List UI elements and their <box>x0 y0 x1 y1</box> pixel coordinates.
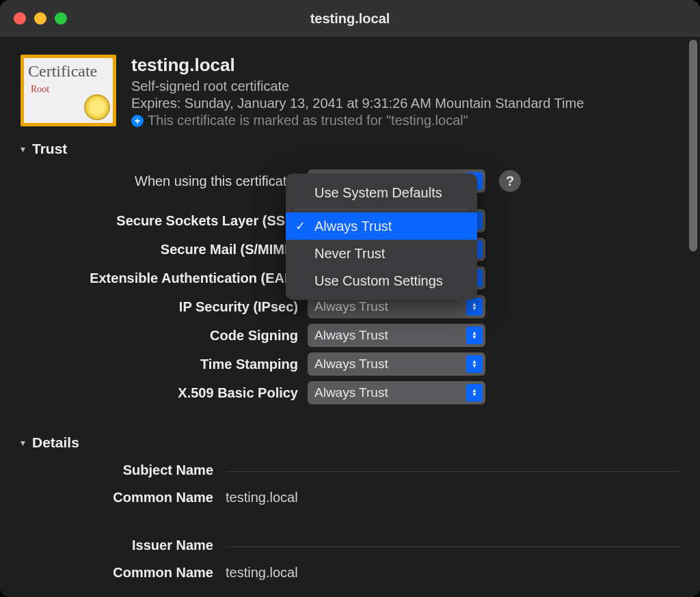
chevron-down-icon: ▾ <box>21 143 25 154</box>
trust-disclosure[interactable]: ▾ Trust <box>21 141 679 157</box>
plus-badge-icon: + <box>131 115 144 127</box>
trust-label-ipsec: IP Security (IPsec) <box>21 299 308 315</box>
certificate-seal-icon <box>84 94 110 120</box>
details-section: ▾ Details Subject Name Common Name testi… <box>21 434 679 586</box>
titlebar: testing.local <box>0 0 700 37</box>
subject-name-header: Subject Name <box>21 462 226 478</box>
subject-common-name-value: testing.local <box>226 490 679 505</box>
check-icon: ✓ <box>295 219 306 234</box>
issuer-common-name-value: testing.local <box>226 565 679 581</box>
certificate-summary: Certificate Root testing.local Self-sign… <box>21 55 679 128</box>
trust-row-codesigning: Code Signing Always Trust ▲▼ <box>21 321 679 350</box>
trust-select-codesigning-value: Always Trust <box>314 328 388 343</box>
question-mark-icon: ? <box>506 173 514 189</box>
issuer-name-header: Issuer Name <box>21 538 226 553</box>
dropdown-item-always-trust[interactable]: ✓ Always Trust <box>286 212 477 240</box>
divider <box>226 546 679 547</box>
certificate-expiry: Expires: Sunday, January 13, 2041 at 9:3… <box>131 96 584 111</box>
dropdown-item-system-defaults[interactable]: Use System Defaults <box>286 179 477 206</box>
help-button[interactable]: ? <box>499 170 521 192</box>
window-title: testing.local <box>0 11 700 27</box>
trust-label-ssl: Secure Sockets Layer (SSL) <box>21 213 308 229</box>
zoom-window-button[interactable] <box>55 12 67 25</box>
subject-common-name-row: Common Name testing.local <box>21 484 679 511</box>
minimize-window-button[interactable] <box>34 12 46 25</box>
certificate-name: testing.local <box>131 55 584 76</box>
trust-section-label: Trust <box>32 141 67 157</box>
trust-label-smime: Secure Mail (S/MIME) <box>21 242 308 258</box>
select-caret-icon: ▲▼ <box>466 298 483 316</box>
trust-row-timestamping: Time Stamping Always Trust ▲▼ <box>21 350 679 378</box>
close-window-button[interactable] <box>14 12 26 25</box>
chevron-down-icon: ▾ <box>21 437 25 448</box>
trust-select-timestamping[interactable]: Always Trust ▲▼ <box>308 352 485 376</box>
keychain-certificate-window: testing.local Certificate Root testing.l… <box>0 0 700 597</box>
certificate-text: testing.local Self-signed root certifica… <box>131 55 584 128</box>
subject-common-name-label: Common Name <box>21 490 226 505</box>
dropdown-item-custom-settings[interactable]: Use Custom Settings <box>286 267 477 294</box>
dropdown-item-label: Use System Defaults <box>314 185 442 201</box>
issuer-name-header-row: Issuer Name <box>21 531 679 559</box>
dropdown-item-never-trust[interactable]: Never Trust <box>286 240 477 267</box>
trust-label-codesigning: Code Signing <box>21 328 308 344</box>
dropdown-separator <box>294 209 469 210</box>
vertical-scrollbar[interactable] <box>689 40 697 251</box>
issuer-common-name-label: Common Name <box>21 565 226 581</box>
divider <box>226 471 679 472</box>
details-section-label: Details <box>32 434 79 451</box>
when-using-label: When using this certificate: <box>21 173 308 189</box>
certificate-trust-status-text: This certificate is marked as trusted fo… <box>148 113 468 128</box>
select-caret-icon: ▲▼ <box>466 384 483 402</box>
issuer-common-name-row: Common Name testing.local <box>21 559 679 586</box>
details-disclosure[interactable]: ▾ Details <box>21 434 679 451</box>
trust-label-eap: Extensible Authentication (EAP) <box>21 270 308 286</box>
dropdown-item-label: Always Trust <box>314 219 392 234</box>
trust-label-timestamping: Time Stamping <box>21 357 308 372</box>
content-area: Certificate Root testing.local Self-sign… <box>0 37 700 597</box>
certificate-icon: Certificate Root <box>21 55 116 126</box>
certificate-icon-script: Certificate <box>28 62 97 81</box>
trust-row-x509: X.509 Basic Policy Always Trust ▲▼ <box>21 378 679 407</box>
dropdown-item-label: Never Trust <box>314 246 385 262</box>
trust-policy-dropdown: Use System Defaults ✓ Always Trust Never… <box>286 173 477 300</box>
subject-name-header-row: Subject Name <box>21 456 679 484</box>
trust-select-x509[interactable]: Always Trust ▲▼ <box>308 381 485 404</box>
trust-select-codesigning[interactable]: Always Trust ▲▼ <box>308 324 485 347</box>
trust-label-x509: X.509 Basic Policy <box>21 385 308 401</box>
trust-select-x509-value: Always Trust <box>314 385 388 400</box>
trust-select-timestamping-value: Always Trust <box>314 357 388 372</box>
select-caret-icon: ▲▼ <box>466 327 483 344</box>
select-caret-icon: ▲▼ <box>466 355 483 373</box>
window-controls <box>14 12 67 25</box>
certificate-type: Self-signed root certificate <box>131 79 584 94</box>
trust-select-ipsec-value: Always Trust <box>314 299 388 314</box>
certificate-trust-status: + This certificate is marked as trusted … <box>131 113 584 128</box>
dropdown-item-label: Use Custom Settings <box>314 273 443 289</box>
certificate-icon-root: Root <box>31 84 49 95</box>
